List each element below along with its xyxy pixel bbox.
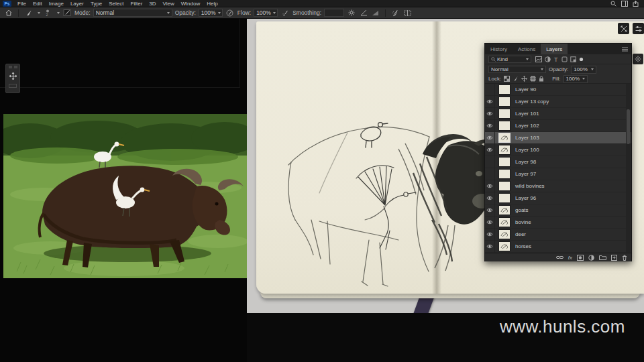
brush-size-preview-icon[interactable]: 2 <box>43 9 52 17</box>
home-icon[interactable] <box>4 9 13 17</box>
menu-item-3d[interactable]: 3D <box>146 0 159 7</box>
lock-pixels-icon[interactable] <box>513 76 519 82</box>
menu-item-window[interactable]: Window <box>178 0 203 7</box>
visibility-eye-icon[interactable] <box>485 96 495 108</box>
panel-menu-icon[interactable] <box>622 44 631 54</box>
menu-item-layer[interactable]: Layer <box>67 0 87 7</box>
layer-thumbnail[interactable] <box>499 133 510 142</box>
arrange-dock-icon[interactable] <box>618 23 629 34</box>
layer-row-layer-102[interactable]: Layer 102 <box>485 120 631 132</box>
visibility-eye-icon[interactable] <box>485 132 495 144</box>
symmetry-icon[interactable] <box>402 9 412 17</box>
brush-preset-caret[interactable] <box>38 12 40 14</box>
layer-row-layer-101[interactable]: Layer 101 <box>485 108 631 120</box>
brush-settings-panel-icon[interactable] <box>62 9 72 17</box>
layer-blend-mode-select[interactable]: Normal <box>488 66 546 73</box>
airbrush-icon[interactable] <box>280 9 290 17</box>
visibility-toggle-empty[interactable] <box>485 168 495 180</box>
menu-item-help[interactable]: Help <box>203 0 221 7</box>
layer-row-layer-13-copy[interactable]: Layer 13 copy <box>485 96 631 108</box>
share-icon[interactable] <box>633 1 639 7</box>
visibility-eye-icon[interactable] <box>485 108 495 120</box>
filter-adjustment-icon[interactable] <box>545 56 551 62</box>
menu-item-type[interactable]: Type <box>87 0 105 7</box>
lock-all-icon[interactable] <box>539 76 544 82</box>
tab-history[interactable]: History <box>485 44 513 54</box>
layer-row-layer-103[interactable]: Layer 103 <box>485 132 631 144</box>
filter-shape-icon[interactable] <box>561 56 568 62</box>
layer-row-layer-97[interactable]: Layer 97 <box>485 168 631 180</box>
gear-icon[interactable] <box>633 54 643 64</box>
lock-transparency-icon[interactable] <box>504 76 510 82</box>
flow-select[interactable]: 100% <box>254 9 278 17</box>
smoothing-gear-icon[interactable] <box>347 9 356 17</box>
search-icon[interactable] <box>610 1 616 7</box>
visibility-eye-icon[interactable] <box>485 241 495 253</box>
properties-dock-icon[interactable] <box>633 23 644 34</box>
blend-mode-select[interactable]: Normal <box>93 9 172 17</box>
fill-select[interactable]: 100% <box>564 75 588 83</box>
layer-thumbnail[interactable] <box>499 109 510 118</box>
opacity-select[interactable]: 100% <box>199 9 223 17</box>
pressure-size-icon[interactable] <box>371 9 380 17</box>
layer-thumbnail[interactable] <box>499 170 510 178</box>
link-icon[interactable] <box>556 255 564 260</box>
menu-item-image[interactable]: Image <box>46 0 67 7</box>
layer-thumbnail[interactable] <box>499 145 510 154</box>
layer-row-horses[interactable]: horses <box>485 241 631 253</box>
brush-tool-icon[interactable] <box>23 9 33 17</box>
filter-smart-object-icon[interactable] <box>570 56 576 62</box>
layer-thumbnail[interactable] <box>499 230 510 239</box>
filter-toggle-icon[interactable] <box>579 57 584 62</box>
layer-thumbnail[interactable] <box>499 206 510 215</box>
visibility-eye-icon[interactable] <box>485 120 495 132</box>
brush-angle-icon[interactable] <box>359 9 368 17</box>
layer-thumbnail[interactable] <box>499 158 510 166</box>
airbrush-toggle-icon[interactable] <box>390 9 400 17</box>
layer-thumbnail[interactable] <box>499 218 510 227</box>
layer-row-layer-90[interactable]: Layer 90 <box>485 84 631 96</box>
filter-pixel-icon[interactable] <box>535 56 542 62</box>
move-tool-icon[interactable] <box>6 72 19 80</box>
filter-kind-select[interactable]: Kind <box>488 56 531 63</box>
visibility-eye-icon[interactable] <box>485 204 495 217</box>
menu-item-filter[interactable]: Filter <box>127 0 146 7</box>
layer-thumbnail[interactable] <box>499 97 510 106</box>
fx-icon[interactable]: fx <box>568 255 572 261</box>
scrollbar-thumb[interactable] <box>627 109 630 144</box>
visibility-toggle-empty[interactable] <box>485 84 495 96</box>
layer-thumbnail[interactable] <box>499 121 510 130</box>
lock-position-icon[interactable] <box>521 76 527 82</box>
delete-icon[interactable] <box>622 255 627 261</box>
layer-row-layer-100[interactable]: Layer 100 <box>485 144 631 156</box>
visibility-eye-icon[interactable] <box>485 217 495 229</box>
menu-item-view[interactable]: View <box>160 0 178 7</box>
layer-row-wild-bovines[interactable]: wild bovines <box>485 180 631 192</box>
layer-row-bovine[interactable]: bovine <box>485 217 631 229</box>
menu-item-edit[interactable]: Edit <box>30 0 46 7</box>
floating-tool-palette[interactable] <box>5 64 20 93</box>
lock-artboard-icon[interactable] <box>530 76 536 82</box>
menu-item-select[interactable]: Select <box>105 0 127 7</box>
pressure-opacity-icon[interactable] <box>225 9 235 17</box>
filter-type-icon[interactable]: T <box>553 56 559 62</box>
tab-actions[interactable]: Actions <box>513 44 541 54</box>
new-layer-icon[interactable] <box>611 255 617 261</box>
layer-mask-icon[interactable] <box>577 255 584 261</box>
visibility-toggle-empty[interactable] <box>485 156 495 168</box>
layer-row-deer[interactable]: deer <box>485 229 631 241</box>
visibility-eye-icon[interactable] <box>485 229 495 241</box>
menu-item-file[interactable]: File <box>14 0 30 7</box>
layer-thumbnail[interactable] <box>499 85 510 94</box>
layer-row-layer-96[interactable]: Layer 96 <box>485 192 631 204</box>
layer-row-layer-98[interactable]: Layer 98 <box>485 156 631 168</box>
layers-scrollbar[interactable] <box>626 84 631 253</box>
layer-opacity-select[interactable]: 100% <box>571 66 596 74</box>
layer-thumbnail[interactable] <box>499 182 510 190</box>
workspace-icon[interactable] <box>621 1 628 7</box>
layer-thumbnail[interactable] <box>499 194 510 202</box>
layer-row-goats[interactable]: goats <box>485 204 631 217</box>
tab-layers[interactable]: Layers <box>541 44 568 54</box>
smoothing-input[interactable] <box>324 9 344 17</box>
brush-picker-caret[interactable] <box>57 12 60 14</box>
